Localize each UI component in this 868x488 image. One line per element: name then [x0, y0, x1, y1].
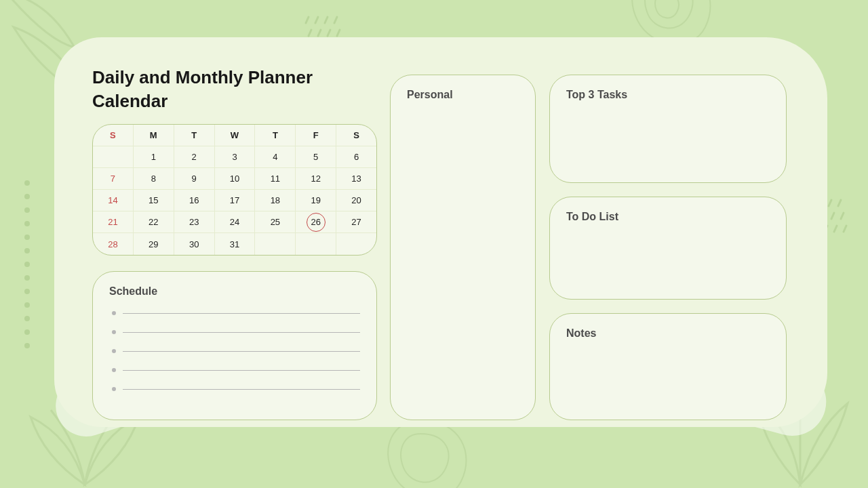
- svg-line-1: [315, 17, 318, 23]
- cal-week-4: 21 22 23 24 25 26 27: [93, 211, 376, 233]
- cal-day: 8: [134, 168, 174, 190]
- cal-day: 7: [93, 168, 134, 190]
- cal-day: 13: [336, 168, 376, 190]
- cal-day: 18: [255, 190, 296, 211]
- svg-line-20: [844, 226, 846, 232]
- notes-title: Notes: [566, 327, 770, 340]
- cal-head-sat: S: [336, 125, 376, 146]
- notes-panel: Notes: [549, 313, 787, 420]
- svg-line-4: [309, 30, 311, 36]
- schedule-title: Schedule: [109, 285, 360, 298]
- calendar-header-row: S M T W T F S: [93, 125, 376, 146]
- cal-day: 29: [134, 233, 174, 255]
- cal-day: 27: [336, 211, 376, 233]
- schedule-line[interactable]: [112, 330, 360, 334]
- cal-head-sun: S: [93, 125, 134, 146]
- cal-day: 17: [215, 190, 256, 211]
- cal-day: [255, 233, 296, 255]
- cal-day: 12: [296, 168, 336, 190]
- cal-head-thu: T: [255, 125, 296, 146]
- decor-dots-left: [24, 180, 30, 348]
- toptasks-panel: Top 3 Tasks: [549, 75, 787, 183]
- title-line-2: Calendar: [92, 91, 167, 111]
- cal-day: 15: [134, 190, 174, 211]
- cal-day: [336, 233, 376, 255]
- schedule-line[interactable]: [112, 349, 360, 353]
- schedule-line[interactable]: [112, 368, 360, 372]
- cal-day: 22: [134, 211, 174, 233]
- cal-day: 10: [215, 168, 256, 190]
- cal-day: 11: [255, 168, 296, 190]
- schedule-lines: [109, 311, 360, 391]
- schedule-line[interactable]: [112, 387, 360, 391]
- personal-panel: Personal: [390, 75, 536, 420]
- personal-title: Personal: [407, 89, 519, 101]
- svg-line-13: [829, 200, 831, 206]
- cal-day: 9: [174, 168, 215, 190]
- cal-day: [296, 233, 336, 255]
- svg-line-3: [334, 17, 337, 23]
- cal-day: 23: [174, 211, 215, 233]
- cal-head-fri: F: [296, 125, 336, 146]
- svg-line-17: [841, 213, 844, 219]
- cal-day: 19: [296, 190, 336, 211]
- schedule-line[interactable]: [112, 311, 360, 315]
- toptasks-title: Top 3 Tasks: [566, 89, 770, 101]
- cal-week-5: 28 29 30 31: [93, 233, 376, 255]
- cal-day: 31: [215, 233, 256, 255]
- cal-head-mon: M: [134, 125, 174, 146]
- cal-day: 16: [174, 190, 215, 211]
- cal-day: 3: [215, 146, 256, 168]
- todo-panel: To Do List: [549, 197, 787, 300]
- cal-day: 28: [93, 233, 134, 255]
- cal-head-wed: W: [215, 125, 256, 146]
- cal-day: 24: [215, 211, 256, 233]
- cal-day: 1: [134, 146, 174, 168]
- cal-week-3: 14 15 16 17 18 19 20: [93, 190, 376, 211]
- cal-day: 4: [255, 146, 296, 168]
- svg-line-16: [831, 213, 834, 219]
- svg-line-19: [834, 226, 837, 232]
- svg-line-2: [325, 17, 328, 23]
- svg-line-7: [337, 30, 340, 36]
- cal-week-1: 1 2 3 4 5 6: [93, 146, 376, 168]
- cal-day: 30: [174, 233, 215, 255]
- svg-line-6: [328, 30, 330, 36]
- cal-day-circled: 26: [296, 211, 336, 233]
- svg-line-0: [306, 17, 309, 23]
- cal-day: 6: [336, 146, 376, 168]
- schedule-panel: Schedule: [92, 271, 377, 420]
- cal-day: 20: [336, 190, 376, 211]
- title-line-1: Daily and Monthly Planner: [92, 67, 313, 87]
- planner-card: Daily and Monthly Planner Calendar S M T…: [54, 37, 827, 427]
- cal-week-2: 7 8 9 10 11 12 13: [93, 168, 376, 190]
- cal-day: 14: [93, 190, 134, 211]
- cal-day: 25: [255, 211, 296, 233]
- cal-day: [93, 146, 134, 168]
- svg-line-14: [838, 200, 841, 206]
- todo-title: To Do List: [566, 211, 770, 223]
- cal-day: 21: [93, 211, 134, 233]
- calendar: S M T W T F S 1 2 3 4 5 6 7 8 9 10 11 12…: [92, 124, 377, 256]
- page-title: Daily and Monthly Planner Calendar: [92, 66, 313, 113]
- cal-day: 2: [174, 146, 215, 168]
- cal-head-tue: T: [174, 125, 215, 146]
- svg-line-5: [318, 30, 321, 36]
- cal-day: 5: [296, 146, 336, 168]
